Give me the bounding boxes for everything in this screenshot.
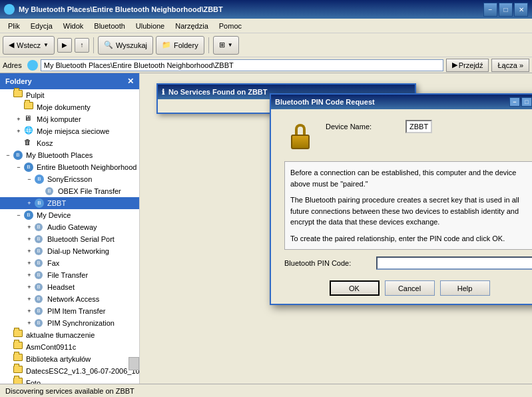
pin-maximize-button[interactable]: □ (521, 97, 532, 107)
sidebar-item-label: Mój komputer (37, 115, 81, 123)
expand-icon (13, 102, 24, 113)
main-area: Foldery ✕ Pulpit Moje dokumenty + 🖥 Mój … (0, 73, 532, 384)
lock-shackle (295, 124, 306, 135)
forward-button[interactable]: ▶ (57, 38, 72, 53)
menu-bar: Plik Edycja Widok Bluetooth Ulubione Nar… (0, 19, 532, 33)
cancel-button[interactable]: Cancel (385, 280, 435, 296)
menu-edycja[interactable]: Edycja (25, 21, 58, 31)
expand-icon: + (24, 258, 35, 268)
sidebar-item-datecs[interactable]: DatecsESC2_v1.3_06-07-2006_10-... (0, 365, 139, 377)
sidebar-item-foto[interactable]: Foto (0, 377, 139, 384)
service-icon: B (35, 222, 45, 232)
sidebar-header-label: Foldery (5, 77, 32, 85)
bluetooth-neighborhood-icon: B (24, 162, 35, 173)
service-icon: B (35, 306, 45, 316)
sidebar-item-label: Moje miejsca sieciowe (37, 127, 109, 135)
no-services-icon: ℹ (162, 88, 164, 97)
expand-icon: + (24, 294, 35, 304)
sidebar-item-obex[interactable]: B OBEX File Transfer (0, 185, 139, 197)
lock-icon (284, 120, 316, 152)
bluetooth-device-icon: B (35, 174, 45, 185)
sidebar-item-moj-komputer[interactable]: + 🖥 Mój komputer (0, 113, 139, 125)
minimize-button[interactable]: − (483, 3, 497, 17)
sidebar-item-network-access[interactable]: + B Network Access (0, 293, 139, 305)
view-button[interactable]: ⊞ ▼ (213, 36, 239, 55)
pin-code-input[interactable] (376, 256, 532, 270)
sidebar-item-bluetooth-serial-port[interactable]: + B Bluetooth Serial Port (0, 233, 139, 245)
pin-body: Device Name: ZBBT Before a connection ca… (271, 109, 532, 304)
maximize-button[interactable]: □ (499, 3, 513, 17)
search-button[interactable]: 🔍 Wyszukaj (98, 36, 153, 55)
title-bar-buttons: − □ ✕ (483, 3, 528, 17)
sidebar-item-kosz[interactable]: 🗑 Kosz (0, 137, 139, 149)
address-input[interactable] (41, 59, 443, 71)
expand-icon (3, 342, 13, 352)
menu-ulubione[interactable]: Ulubione (131, 21, 170, 31)
sidebar-item-label: File Transfer (47, 271, 88, 279)
sidebar-item-asmcont[interactable]: AsmCont0911c (0, 341, 139, 353)
sidebar-item-file-transfer[interactable]: + B File Transfer (0, 269, 139, 281)
bluetooth-window-icon (4, 4, 15, 15)
menu-pomoc[interactable]: Pomoc (214, 21, 247, 31)
sidebar-item-entire-bluetooth[interactable]: − B Entire Bluetooth Neighborhood (0, 161, 139, 173)
pin-header: Device Name: ZBBT (284, 120, 532, 152)
sidebar-item-label: Pulpit (26, 91, 45, 99)
ok-button[interactable]: OK (330, 280, 380, 296)
back-icon: ◀ (9, 41, 14, 49)
sidebar-item-headset[interactable]: + B Headset (0, 281, 139, 293)
sidebar-item-moje-miejsca[interactable]: + 🌐 Moje miejsca sieciowe (0, 125, 139, 137)
view-icon: ⊞ (219, 41, 225, 49)
device-name-text: ZBBT (409, 123, 428, 131)
sidebar-item-sonyericsson[interactable]: − B SonyEricsson (0, 173, 139, 185)
sidebar-item-my-bluetooth-places[interactable]: − B My Bluetooth Places (0, 149, 139, 161)
up-button[interactable]: ↑ (75, 38, 89, 53)
back-button[interactable]: ◀ Wstecz ▼ (3, 36, 55, 55)
sidebar-item-label: Kosz (37, 139, 53, 147)
sidebar-item-zbbt[interactable]: + B ZBBT (0, 197, 139, 209)
search-label: Wyszukaj (116, 41, 147, 49)
network-icon: 🌐 (24, 126, 35, 137)
go-button[interactable]: ▶ Przejdź (446, 59, 489, 72)
service-icon: B (45, 186, 56, 197)
sidebar-item-my-device[interactable]: − B My Device (0, 209, 139, 221)
sidebar-item-fax[interactable]: + B Fax (0, 257, 139, 269)
sidebar-item-moje-dokumenty[interactable]: Moje dokumenty (0, 101, 139, 113)
folders-button[interactable]: 📁 Foldery (156, 36, 204, 55)
sidebar-item-label: DatecsESC2_v1.3_06-07-2006_10-... (26, 367, 140, 375)
device-name-row: Device Name: ZBBT (326, 120, 432, 133)
back-dropdown-icon[interactable]: ▼ (43, 42, 49, 48)
sidebar-item-label: Foto (26, 379, 41, 384)
expand-icon: + (24, 306, 35, 316)
title-bar-left: My Bluetooth Places\Entire Bluetooth Nei… (4, 4, 223, 15)
pin-para3: To create the paired relationship, enter… (290, 233, 529, 244)
sidebar-item-label: Dial-up Networking (47, 247, 109, 255)
sidebar-item-label: Biblioteka artykułów (26, 355, 91, 363)
menu-widok[interactable]: Widok (58, 21, 89, 31)
expand-icon: − (24, 174, 35, 185)
back-label: Wstecz (17, 41, 41, 49)
menu-narzedzia[interactable]: Narzędzia (170, 21, 214, 31)
scrollbar-thumb[interactable] (129, 357, 139, 370)
pin-minimize-button[interactable]: − (509, 97, 520, 107)
sidebar-item-pulpit[interactable]: Pulpit (0, 89, 139, 101)
help-button[interactable]: Help (440, 280, 490, 296)
close-button[interactable]: ✕ (514, 3, 528, 17)
service-icon: B (35, 294, 45, 304)
go-label: Przejdź (459, 61, 483, 69)
sidebar-item-aktualne[interactable]: aktualne tłumaczenie (0, 329, 139, 341)
sidebar-item-pim-sync[interactable]: + B PIM Synchronization (0, 317, 139, 329)
sidebar-item-biblioteka[interactable]: Biblioteka artykułów (0, 353, 139, 365)
expand-icon: + (24, 222, 35, 232)
view-dropdown-icon[interactable]: ▼ (228, 42, 233, 48)
sidebar-item-pim-item-transfer[interactable]: + B PIM Item Transfer (0, 305, 139, 317)
menu-plik[interactable]: Plik (3, 21, 25, 31)
expand-icon (3, 366, 13, 376)
sidebar-item-audio-gateway[interactable]: + B Audio Gateway (0, 221, 139, 233)
sidebar-close-button[interactable]: ✕ (127, 77, 134, 86)
links-button[interactable]: Łącza » (491, 59, 529, 72)
folder-icon (13, 90, 24, 101)
menu-bluetooth[interactable]: Bluetooth (89, 21, 130, 31)
service-icon: B (35, 246, 45, 256)
device-name-value: ZBBT (405, 120, 432, 133)
sidebar-item-dialup[interactable]: + B Dial-up Networking (0, 245, 139, 257)
